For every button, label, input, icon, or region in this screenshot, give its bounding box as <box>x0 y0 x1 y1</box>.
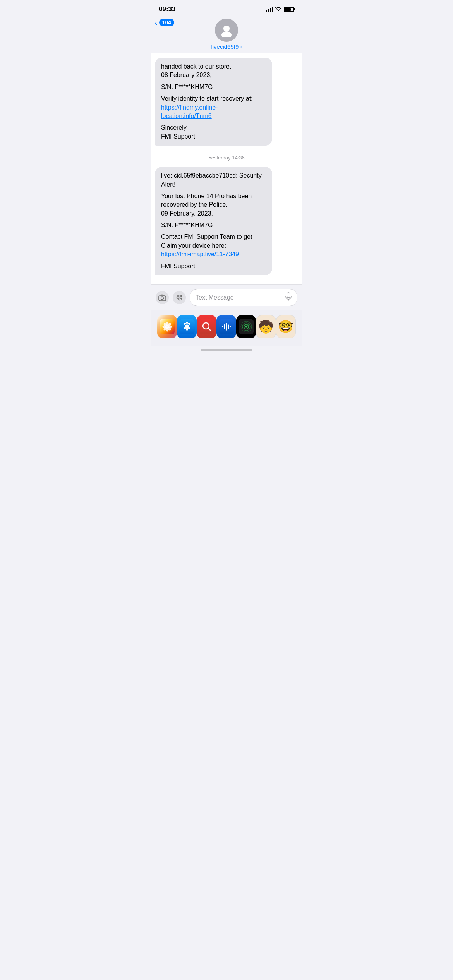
apps-icon <box>175 294 183 302</box>
message-bubble-1: handed back to our store.08 February 202… <box>155 58 272 146</box>
input-bar: Text Message <box>151 284 302 310</box>
dock-icon-findmy[interactable] <box>236 315 256 338</box>
camera-button[interactable] <box>156 291 169 304</box>
svg-rect-25 <box>230 326 231 327</box>
message-row: handed back to our store.08 February 202… <box>155 55 298 149</box>
svg-rect-22 <box>224 324 225 329</box>
timestamp-yesterday: Yesterday 14:36 <box>155 155 298 161</box>
back-chevron-icon: ‹ <box>155 19 158 26</box>
svg-point-15 <box>165 325 169 329</box>
dock-icon-memoji1[interactable]: 🧒 <box>256 315 276 338</box>
status-icons <box>266 6 294 12</box>
contact-chevron-icon: › <box>240 44 242 50</box>
dock: 🧒 🤓 <box>151 310 302 346</box>
apps-button[interactable] <box>173 291 186 304</box>
search-icon <box>199 319 214 334</box>
link-fmi[interactable]: https://fmi-imap.live/11-7349 <box>161 251 239 257</box>
back-badge: 104 <box>159 19 174 26</box>
memoji2-emoji: 🤓 <box>278 319 293 334</box>
mic-button[interactable] <box>285 292 292 303</box>
signal-icon <box>266 7 273 12</box>
contact-avatar <box>215 19 238 42</box>
nav-header: ‹ 104 livecid65f9 › <box>151 15 302 53</box>
memoji1-emoji: 🧒 <box>258 319 274 334</box>
svg-rect-21 <box>222 326 223 327</box>
messages-area: handed back to our store.08 February 202… <box>151 53 302 284</box>
status-time: 09:33 <box>159 5 175 13</box>
svg-rect-24 <box>228 324 229 329</box>
svg-point-3 <box>161 297 164 300</box>
message-bubble-2: live:.cid.65f9ebaccbe710cd: Security Ale… <box>155 167 272 275</box>
svg-rect-2 <box>159 296 166 301</box>
svg-rect-17 <box>199 319 214 334</box>
svg-point-0 <box>223 26 230 32</box>
link-findmy[interactable]: https://findmy.online-location.info/Tnm6 <box>161 104 218 119</box>
svg-point-1 <box>221 31 232 37</box>
dock-icon-appstore[interactable] <box>177 315 197 338</box>
mic-icon <box>285 292 292 301</box>
dock-icon-shazam[interactable] <box>216 315 236 338</box>
contact-name[interactable]: livecid65f9 › <box>211 43 242 50</box>
person-icon <box>220 23 233 37</box>
shazam-icon <box>219 319 234 334</box>
findmy-icon <box>239 319 254 334</box>
dock-icon-search[interactable] <box>197 315 216 338</box>
status-bar: 09:33 <box>151 0 302 15</box>
svg-rect-23 <box>226 323 227 331</box>
photos-icon <box>160 319 175 334</box>
svg-rect-4 <box>287 293 290 298</box>
dock-icon-photos[interactable] <box>157 315 177 338</box>
message-row-2: live:.cid.65f9ebaccbe710cd: Security Ale… <box>155 164 298 278</box>
home-bar <box>201 349 252 351</box>
dock-icon-memoji2[interactable]: 🤓 <box>276 315 296 338</box>
home-indicator <box>151 346 302 353</box>
back-button[interactable]: ‹ 104 <box>155 19 174 26</box>
text-input-field[interactable]: Text Message <box>190 289 297 306</box>
appstore-icon <box>179 319 195 334</box>
camera-icon <box>158 294 166 301</box>
wifi-icon <box>275 6 281 12</box>
input-placeholder: Text Message <box>196 294 234 301</box>
battery-icon <box>284 7 294 12</box>
